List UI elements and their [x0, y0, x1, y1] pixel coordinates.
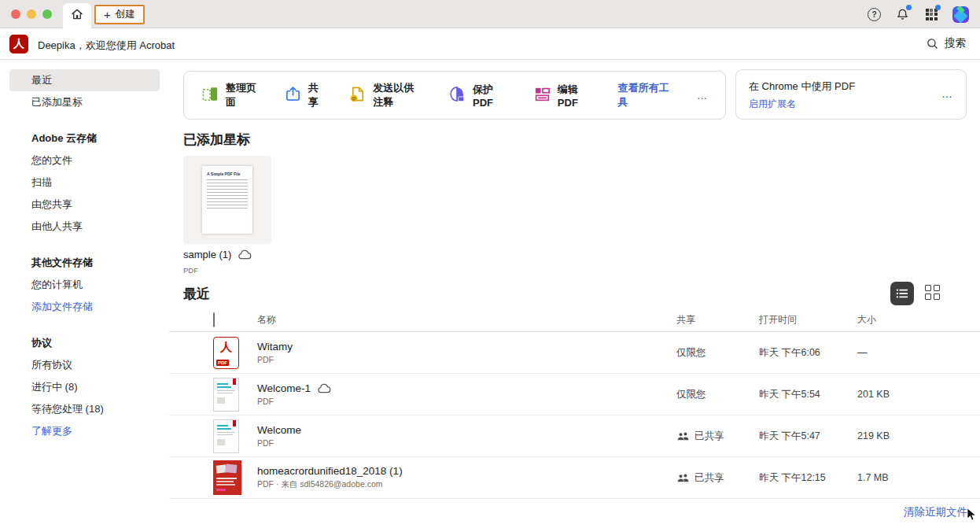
send-for-comments-icon: @: [348, 85, 367, 106]
chrome-extension-card: 在 Chrome 中使用 PDF 启用扩展名 …: [735, 69, 967, 120]
enable-extension-link[interactable]: 启用扩展名: [749, 98, 796, 111]
share-icon: [284, 85, 302, 106]
minimize-window-button[interactable]: [27, 9, 36, 19]
sidebar-link-learn-more[interactable]: 了解更多: [9, 420, 160, 442]
app-header: 人 Deepika，欢迎您使用 Acrobat 搜索: [0, 28, 980, 60]
sidebar-item-shared-by-others[interactable]: 由他人共享: [9, 216, 160, 238]
file-name[interactable]: Welcome-1: [257, 382, 311, 394]
clear-recent-files-link[interactable]: 清除近期文件: [904, 505, 967, 519]
sidebar-item-starred[interactable]: 已添加星标: [9, 91, 160, 113]
select-all-checkbox[interactable]: [213, 312, 215, 327]
share-status: 仅限您: [676, 346, 706, 360]
opened-time: 昨天 下午12:15: [759, 471, 857, 485]
shared-people-icon: [676, 473, 690, 483]
pdf-preview-thumbnail: [213, 460, 241, 495]
sidebar-item-all-agreements[interactable]: 所有协议: [9, 354, 160, 376]
acrobat-home-window: + 创建 ? 人 Deepika，欢迎您使用 Acrobat: [0, 0, 980, 528]
chrome-card-more-icon[interactable]: …: [941, 87, 953, 100]
starred-file-tile[interactable]: A Simple PDF File: [183, 156, 271, 244]
cloud-icon: [317, 383, 332, 393]
app-switcher-button[interactable]: [923, 6, 939, 22]
home-icon: [70, 7, 84, 24]
tool-organize-pages[interactable]: 整理页面: [201, 81, 257, 109]
creative-cloud-icon[interactable]: [952, 6, 969, 23]
tool-send-for-comments[interactable]: @ 发送以供注释: [348, 81, 422, 109]
file-size: 219 KB: [857, 430, 952, 441]
search-label: 搜索: [945, 36, 966, 50]
search-icon: [926, 37, 939, 50]
quick-tools-bar: 整理页面 共享 @: [183, 71, 726, 120]
sidebar-link-add-storage[interactable]: 添加文件存储: [9, 296, 160, 318]
sidebar-section-cloud-storage: Adobe 云存储: [9, 127, 160, 150]
table-row[interactable]: Welcome-1 PDF 仅限您 昨天 下午5:54 201 KB: [169, 374, 980, 415]
pdf-preview-thumbnail: [213, 419, 239, 453]
sidebar-item-your-files[interactable]: 您的文件: [9, 150, 160, 172]
organize-pages-icon: [201, 85, 219, 106]
share-status: 已共享: [694, 471, 724, 485]
create-button-label: 创建: [116, 8, 135, 21]
zoom-window-button[interactable]: [42, 9, 52, 19]
view-all-tools-link[interactable]: 查看所有工具: [618, 81, 670, 109]
sidebar: 最近 已添加星标 Adobe 云存储 您的文件 扫描 由您共享 由他人共享 其他…: [0, 60, 169, 528]
file-meta: PDF · 来自 sdl54826@adobe.com: [257, 479, 676, 490]
table-header-row: 名称 共享 打开时间 大小: [169, 308, 980, 332]
chrome-card-title: 在 Chrome 中使用 PDF: [749, 79, 953, 94]
sidebar-item-in-progress[interactable]: 进行中 (8): [9, 376, 160, 398]
tool-share[interactable]: 共享: [284, 81, 322, 109]
grid-view-toggle[interactable]: [925, 285, 942, 302]
column-header-name[interactable]: 名称: [251, 313, 676, 327]
sidebar-item-scans[interactable]: 扫描: [9, 172, 160, 194]
file-size: —: [857, 347, 952, 358]
view-toggles: [890, 282, 942, 305]
starred-section-heading: 已添加星标: [183, 131, 250, 149]
plus-icon: +: [104, 9, 111, 20]
table-row[interactable]: 人PDF Witamy PDF 仅限您 昨天 下午6:06 —: [169, 332, 980, 374]
tool-edit-pdf[interactable]: 编辑 PDF: [533, 83, 591, 109]
column-header-shared[interactable]: 共享: [676, 313, 759, 327]
opened-time: 昨天 下午5:47: [759, 430, 857, 443]
search-button[interactable]: 搜索: [926, 36, 966, 50]
starred-file-name: sample (1): [183, 249, 231, 260]
edit-pdf-icon: [533, 85, 551, 106]
help-icon[interactable]: ?: [868, 8, 881, 21]
window-controls: [11, 9, 52, 19]
notification-dot: [906, 5, 912, 10]
opened-time: 昨天 下午6:06: [759, 346, 857, 360]
greeting-text: Deepika，欢迎您使用 Acrobat: [38, 39, 175, 53]
starred-file-type: PDF: [183, 266, 198, 275]
sidebar-item-your-computer[interactable]: 您的计算机: [9, 274, 160, 296]
mouse-cursor: [967, 508, 978, 522]
home-tab[interactable]: [63, 3, 91, 28]
file-name[interactable]: Welcome: [257, 424, 301, 436]
sidebar-section-other-storage: 其他文件存储: [9, 252, 160, 274]
create-button[interactable]: + 创建: [94, 5, 145, 24]
app-grid-notification-dot: [935, 5, 941, 10]
app-grid-icon: [926, 9, 938, 20]
titlebar-right-icons: ?: [868, 0, 969, 28]
file-name[interactable]: homeacrordunified18_2018 (1): [257, 465, 403, 477]
close-window-button[interactable]: [11, 9, 20, 19]
sidebar-item-recent[interactable]: 最近: [9, 69, 160, 91]
file-meta: PDF: [257, 355, 676, 364]
column-header-opened[interactable]: 打开时间: [759, 313, 857, 327]
list-view-icon: [896, 288, 908, 299]
starred-file-name-row[interactable]: sample (1): [183, 249, 252, 260]
notifications-button[interactable]: [894, 6, 910, 22]
list-view-toggle[interactable]: [890, 282, 914, 305]
column-header-size[interactable]: 大小: [857, 313, 952, 327]
protect-pdf-icon: [448, 85, 466, 106]
file-size: 1.7 MB: [857, 472, 952, 483]
table-row[interactable]: homeacrordunified18_2018 (1) PDF · 来自 sd…: [169, 457, 980, 499]
file-size: 201 KB: [857, 389, 952, 400]
share-status: 已共享: [694, 430, 724, 443]
sidebar-section-agreements: 协议: [9, 332, 160, 354]
recent-files-table: 名称 共享 打开时间 大小 人PDF Witamy PDF 仅限您 昨天 下午: [169, 308, 980, 499]
sidebar-item-shared-by-you[interactable]: 由您共享: [9, 194, 160, 216]
tools-more-icon[interactable]: …: [697, 90, 708, 102]
file-name[interactable]: Witamy: [257, 341, 293, 353]
table-row[interactable]: Welcome PDF 已共享 昨天 下午5:47 219 KB: [169, 415, 980, 457]
main-content: 整理页面 共享 @: [169, 60, 980, 528]
file-meta: PDF: [257, 438, 676, 448]
sidebar-item-waiting-for-you[interactable]: 等待您处理 (18): [9, 398, 160, 420]
tool-protect-pdf[interactable]: 保护 PDF: [448, 83, 507, 109]
